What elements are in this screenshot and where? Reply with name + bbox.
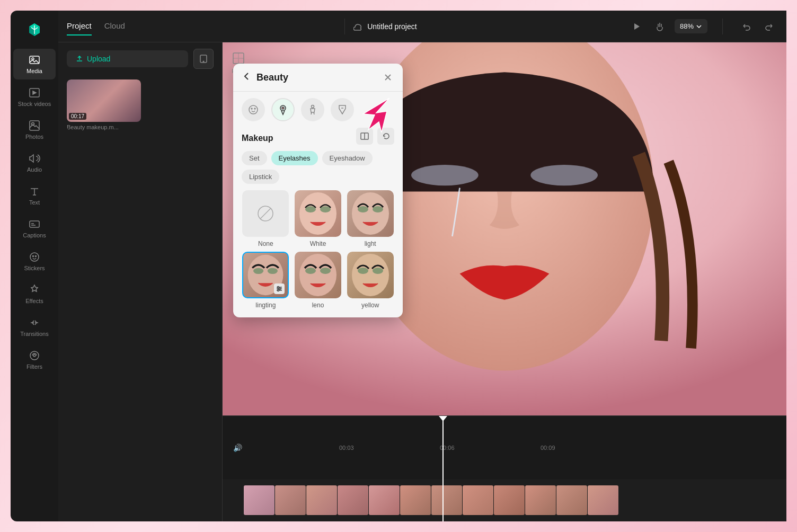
- thumbnail-strip: [244, 485, 618, 515]
- sidebar-item-audio[interactable]: Audio: [13, 147, 56, 178]
- reset-icon: [382, 132, 390, 140]
- timeline-thumb-2: [275, 485, 306, 515]
- timeline-thumb-8: [463, 485, 493, 515]
- tablet-button[interactable]: [193, 49, 214, 69]
- sidebar-item-transitions[interactable]: Transitions: [13, 312, 56, 342]
- svg-point-27: [254, 108, 255, 109]
- filter-set[interactable]: Set: [242, 151, 267, 165]
- svg-point-49: [278, 290, 279, 291]
- hand-tool-button[interactable]: [651, 18, 668, 35]
- sidebar-item-photos[interactable]: Photos: [13, 114, 56, 145]
- svg-line-34: [260, 208, 271, 219]
- media-name: Beauty makeup.m...: [67, 124, 141, 130]
- beauty-header: Beauty: [233, 64, 403, 92]
- sidebar-item-text[interactable]: Text: [13, 180, 56, 211]
- beauty-back-button[interactable]: [242, 71, 252, 84]
- body-tab-icon: [307, 104, 318, 116]
- eyelash-light-label: light: [365, 240, 376, 247]
- eyelash-light-thumb: [347, 190, 394, 237]
- sidebar-item-effects-label: Effects: [25, 298, 43, 304]
- svg-point-42: [253, 268, 263, 274]
- compare-icon: [360, 132, 369, 140]
- project-name: Untitled project: [353, 22, 417, 31]
- sidebar: Media Stock videos Photos Audio Text Cap…: [11, 11, 58, 521]
- svg-point-29: [282, 107, 284, 109]
- svg-point-12: [36, 256, 37, 257]
- media-timestamp: 00:17: [69, 113, 86, 120]
- eyelash-grid: None: [233, 190, 403, 309]
- eyelash-none-label: None: [258, 240, 273, 247]
- svg-point-25: [249, 105, 258, 114]
- timeline-thumb-5: [369, 485, 400, 515]
- undo-button[interactable]: [738, 18, 755, 35]
- sidebar-item-audio-label: Audio: [27, 166, 42, 173]
- filter-eyeshadow[interactable]: Eyeshadow: [322, 151, 373, 165]
- sidebar-item-filters-label: Filters: [26, 363, 42, 370]
- svg-point-55: [373, 268, 383, 274]
- eyelash-item-none[interactable]: None: [242, 190, 290, 247]
- canvas-container: Ratio: [223, 42, 786, 521]
- beauty-tab-body[interactable]: [301, 98, 324, 121]
- eyelash-item-light[interactable]: light: [346, 190, 394, 247]
- play-button[interactable]: [628, 18, 645, 35]
- face-light-svg: [347, 190, 394, 237]
- svg-point-10: [30, 253, 39, 261]
- upload-label: Upload: [87, 55, 110, 63]
- svg-point-40: [373, 206, 383, 212]
- main-content: Project Cloud Untitled project 88%: [58, 11, 786, 521]
- beauty-tabs: [233, 92, 403, 128]
- media-item[interactable]: 00:17 Beauty makeup.m...: [67, 79, 141, 130]
- volume-icon[interactable]: 🔊: [227, 444, 249, 452]
- beauty-tab-face[interactable]: [242, 98, 265, 121]
- svg-point-52: [320, 268, 331, 274]
- eyelash-item-leno[interactable]: leno: [294, 252, 342, 309]
- app-logo[interactable]: [24, 19, 45, 40]
- svg-point-11: [33, 256, 34, 257]
- beauty-controls: [348, 128, 403, 151]
- timeline-thumb-4: [338, 485, 368, 515]
- timeline-ruler: 🔊 00:03 00:06 00:09: [223, 416, 786, 479]
- redo-button[interactable]: [761, 18, 778, 35]
- svg-point-35: [299, 192, 336, 235]
- sidebar-item-stickers[interactable]: Stickers: [13, 246, 56, 277]
- timeline-thumb-9: [494, 485, 525, 515]
- sidebar-item-photos-label: Photos: [25, 134, 43, 140]
- face-tab-icon: [247, 104, 259, 116]
- none-icon: [256, 204, 275, 223]
- reset-button[interactable]: [377, 128, 394, 145]
- topbar-tabs: Project Cloud: [67, 17, 125, 36]
- beauty-tab-style[interactable]: [331, 98, 354, 121]
- zoom-control[interactable]: 88%: [675, 19, 707, 33]
- svg-point-23: [411, 165, 479, 185]
- video-canvas: Beauty: [223, 42, 786, 415]
- settings-icon[interactable]: [274, 283, 285, 294]
- makeup-tab-icon: [277, 104, 289, 116]
- timeline-playhead: [442, 416, 444, 479]
- style-tab-icon: [336, 104, 348, 116]
- sidebar-item-transitions-label: Transitions: [20, 331, 48, 337]
- eyelash-yellow-thumb: [347, 252, 394, 298]
- eyelash-item-yellow[interactable]: yellow: [346, 252, 394, 309]
- eyelash-white-thumb: [295, 190, 341, 237]
- tab-project[interactable]: Project: [67, 17, 92, 36]
- filter-eyelashes[interactable]: Eyelashes: [271, 151, 318, 165]
- eyelash-item-white[interactable]: White: [294, 190, 342, 247]
- sidebar-item-effects[interactable]: Effects: [13, 279, 56, 309]
- panel-actions: Upload: [58, 42, 222, 75]
- sidebar-item-captions[interactable]: Captions: [13, 213, 56, 244]
- sidebar-item-media[interactable]: Media: [13, 49, 56, 79]
- panel-row: Upload 00:17 Beauty makeup.m...: [58, 42, 786, 521]
- eyelash-leno-thumb: [295, 252, 341, 298]
- svg-point-53: [352, 254, 389, 296]
- tab-cloud[interactable]: Cloud: [104, 17, 125, 36]
- timeline: 🔊 00:03 00:06 00:09: [223, 415, 786, 521]
- filter-lipstick[interactable]: Lipstick: [242, 170, 279, 184]
- sidebar-item-filters[interactable]: Filters: [13, 344, 56, 375]
- upload-button[interactable]: Upload: [67, 50, 188, 67]
- beauty-tab-makeup[interactable]: [271, 98, 295, 121]
- beauty-close-button[interactable]: [382, 71, 394, 84]
- beauty-title: Beauty: [256, 72, 382, 83]
- compare-button[interactable]: [356, 128, 373, 145]
- sidebar-item-stock-videos[interactable]: Stock videos: [13, 82, 56, 112]
- eyelash-item-lingting[interactable]: lingting: [242, 252, 290, 309]
